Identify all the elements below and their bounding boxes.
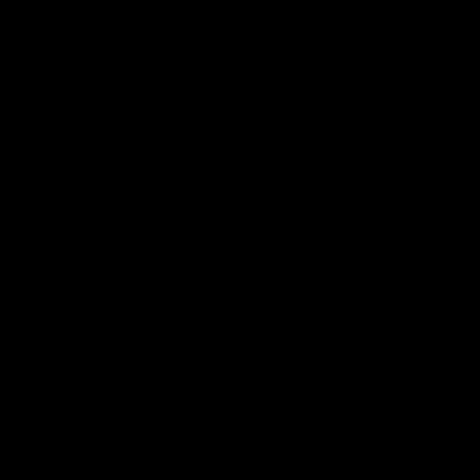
chart-stage bbox=[0, 0, 476, 476]
chart-canvas bbox=[0, 0, 476, 476]
